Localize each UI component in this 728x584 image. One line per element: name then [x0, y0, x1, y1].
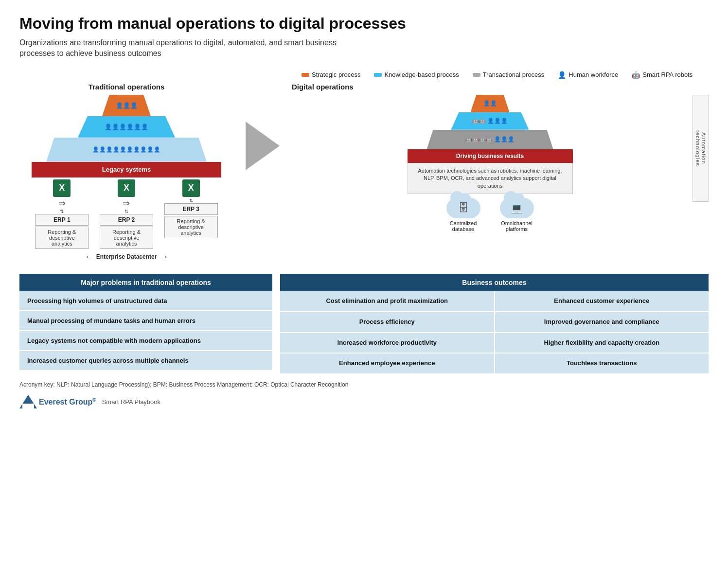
legend-human-label: Human workforce	[568, 71, 618, 78]
brand-tagline: Smart RPA Playbook	[102, 398, 160, 406]
problem-2-text: Manual processing of mundane tasks and h…	[27, 317, 195, 324]
outcome-cell-5: Increased workforce productivity	[280, 333, 494, 353]
digital-diagram: 👤👤 🤖🤖 👤👤👤 🤖🤖🤖🤖 👤👤👤 Driving business resu…	[292, 95, 709, 232]
legend-robot: 🤖 Smart RPA robots	[632, 71, 692, 79]
digital-info-box: Automation technologies such as robotics…	[408, 163, 573, 194]
big-right-arrow	[246, 122, 280, 170]
datacenter-row: ← Enterprise Datacenter →	[32, 252, 221, 262]
bottom-tables: Major problems in traditional operations…	[19, 274, 709, 374]
trad-legacy-bar: Legacy systems	[32, 162, 221, 177]
footnote: Acronym key: NLP: Natural Language Proce…	[19, 381, 709, 388]
erp1-updown: ⇅	[60, 209, 64, 214]
erp-1-label: ERP 1	[35, 214, 89, 226]
outcome-cell-1: Cost elimination and profit maximization	[280, 291, 494, 311]
traditional-operations: Traditional operations 👤👤👤 👤👤👤👤👤👤 👤👤👤👤👤👤…	[19, 83, 233, 262]
erp-3-label: ERP 3	[164, 203, 218, 215]
legend-transactional-label: Transactional process	[483, 71, 545, 78]
excel-icon-3	[182, 179, 200, 197]
trad-layer1-icons: 👤👤👤	[116, 102, 138, 109]
problems-table: Major problems in traditional operations…	[19, 274, 272, 374]
outcome-5-text: Increased workforce productivity	[337, 339, 437, 346]
erp-2-label: ERP 2	[100, 214, 153, 226]
outcome-7-text: Enhanced employee experience	[339, 359, 435, 367]
trad-layer3-icons: 👤👤👤👤👤👤👤👤👤👤	[92, 146, 160, 153]
excel-icon-1	[53, 179, 71, 197]
brand-row: Everest Group® Smart RPA Playbook	[19, 395, 709, 408]
problem-1-text: Processing high volumes of unstructured …	[27, 297, 167, 304]
trad-erp-row: ⇒ ⇅ ERP 1 Reporting &descriptiveanalytic…	[32, 179, 221, 249]
omnichannel-label: Omnichannelplatforms	[501, 220, 533, 232]
digital-driving-bar: Driving business results	[408, 149, 573, 163]
outcomes-table: Business outcomes Cost elimination and p…	[280, 274, 709, 374]
outcome-4-text: Improved governance and compliance	[544, 318, 659, 325]
digital-driving-label: Driving business results	[456, 153, 524, 159]
cloud-db-icon: 🗄	[446, 198, 480, 218]
outcome-cell-3: Process efficiency	[280, 312, 494, 332]
problem-row-3: Legacy systems not compatible with moder…	[19, 331, 272, 351]
outcomes-header-text: Business outcomes	[462, 279, 526, 286]
traditional-title: Traditional operations	[19, 83, 233, 91]
trad-layer-orange: 👤👤👤	[102, 95, 151, 116]
brand-triangle-container	[19, 395, 37, 408]
legend-gray-bar	[473, 73, 480, 77]
datacenter-label: Enterprise Datacenter	[96, 253, 157, 260]
cloud-laptop-icon: 💻	[500, 198, 534, 218]
legend-human: 👤 Human workforce	[558, 71, 618, 79]
problem-3-text: Legacy systems not compatible with moder…	[27, 337, 201, 344]
excel-icon-2	[118, 179, 135, 197]
db-icon: 🗄	[458, 202, 469, 214]
legend: Strategic process Knowledge-based proces…	[302, 71, 709, 79]
trad-layer-lightblue: 👤👤👤👤👤👤👤👤👤👤	[46, 138, 207, 162]
brand-name: Everest Group®	[39, 397, 96, 407]
legend-orange-bar	[302, 73, 309, 77]
digital-pyramid: 👤👤 🤖🤖 👤👤👤 🤖🤖🤖🤖 👤👤👤 Driving business resu…	[292, 95, 688, 232]
erp3-updown: ⇅	[189, 198, 193, 203]
outcome-8-text: Touchless transactions	[567, 359, 637, 367]
automation-label: Automationtechnologies	[692, 95, 709, 202]
erp2-reporting: Reporting &descriptiveanalytics	[100, 227, 153, 249]
centralized-db: 🗄 Centralizeddatabase	[446, 198, 480, 232]
human-icon: 👤	[558, 71, 566, 79]
legend-knowledge-label: Knowledge-based process	[384, 71, 459, 78]
digital-layer-blue: 🤖🤖 👤👤👤	[451, 112, 529, 130]
outcome-cell-7: Enhanced employee experience	[280, 354, 494, 373]
outcome-1-text: Cost elimination and profit maximization	[326, 297, 448, 304]
page-title: Moving from manual operations to digital…	[19, 15, 709, 33]
erp1-reporting: Reporting &descriptiveanalytics	[35, 227, 89, 249]
digital-info-text: Automation technologies such as robotics…	[418, 168, 562, 189]
outcomes-grid: Cost elimination and profit maximization…	[280, 291, 709, 374]
erp1-arrows: ⇒	[58, 198, 66, 209]
erp2-arrows: ⇒	[123, 198, 130, 209]
erp2-updown: ⇅	[124, 209, 128, 214]
outcome-3-text: Process efficiency	[359, 318, 415, 325]
problem-row-2: Manual processing of mundane tasks and h…	[19, 311, 272, 331]
traditional-pyramid: 👤👤👤 👤👤👤👤👤👤 👤👤👤👤👤👤👤👤👤👤 Legacy systems	[19, 95, 233, 262]
problem-row-4: Increased customer queries across multip…	[19, 351, 272, 371]
brand-logo: Everest Group®	[19, 395, 96, 408]
digital-layer1-icons: 👤👤	[483, 100, 497, 106]
erp3-reporting: Reporting &descriptiveanalytics	[164, 216, 218, 238]
transition-arrow	[238, 83, 287, 170]
trad-legacy-label: Legacy systems	[102, 166, 151, 173]
diagram-row: Traditional operations 👤👤👤 👤👤👤👤👤👤 👤👤👤👤👤👤…	[19, 83, 709, 262]
problems-header: Major problems in traditional operations	[19, 274, 272, 291]
laptop-icon: 💻	[511, 202, 523, 214]
legend-robot-label: Smart RPA robots	[642, 71, 692, 78]
dc-left-arrow: ←	[85, 252, 93, 262]
erp-1-block: ⇒ ⇅ ERP 1 Reporting &descriptiveanalytic…	[35, 179, 89, 249]
problem-4-text: Increased customer queries across multip…	[27, 357, 189, 364]
problems-header-text: Major problems in traditional operations	[81, 279, 211, 286]
robot-icon: 🤖	[632, 71, 640, 79]
dc-right-arrow: →	[160, 252, 168, 262]
legend-strategic: Strategic process	[302, 71, 360, 78]
legend-strategic-label: Strategic process	[312, 71, 360, 78]
digital-title: Digital operations	[292, 83, 709, 91]
digital-layer3-icons: 🤖🤖🤖🤖 👤👤👤	[465, 136, 515, 142]
digital-layer-orange: 👤👤	[471, 95, 510, 112]
trad-layer2-icons: 👤👤👤👤👤👤	[105, 124, 148, 130]
trad-layer-blue: 👤👤👤👤👤👤	[78, 116, 175, 138]
legend-transactional: Transactional process	[473, 71, 545, 78]
page-subtitle: Organizations are transforming manual op…	[19, 37, 360, 59]
digital-layer2-icons: 🤖🤖 👤👤👤	[472, 118, 508, 124]
digital-operations: Digital operations 👤👤 🤖🤖 👤👤👤 🤖🤖🤖🤖 👤👤👤	[292, 83, 709, 232]
